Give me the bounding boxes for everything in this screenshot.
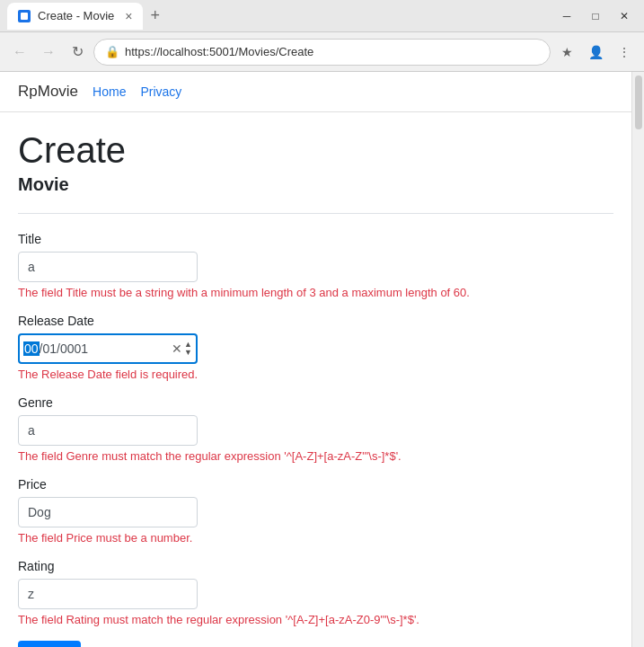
price-error: The field Price must be a number. xyxy=(18,531,613,545)
page-content: RpMovie Home Privacy Create Movie Title … xyxy=(0,72,631,647)
release-date-error: The Release Date field is required. xyxy=(18,368,613,381)
tab-title: Create - Movie xyxy=(38,9,114,22)
release-date-field-group: Release Date 00/01/0001 ✕ ▲ ▼ The Releas… xyxy=(18,314,613,381)
address-bar: ← → ↻ 🔒 https://localhost:5001/Movies/Cr… xyxy=(0,32,644,72)
url-bar[interactable]: 🔒 https://localhost:5001/Movies/Create xyxy=(93,39,551,66)
tab-favicon xyxy=(18,10,31,22)
menu-icon[interactable]: ⋮ xyxy=(612,40,637,65)
tab-close-button[interactable]: × xyxy=(125,9,132,23)
reload-button[interactable]: ↻ xyxy=(65,40,90,65)
create-button[interactable]: Create xyxy=(18,641,81,647)
rating-field-group: Rating The field Rating must match the r… xyxy=(18,559,613,626)
brand-logo[interactable]: RpMovie xyxy=(18,83,78,101)
active-tab[interactable]: Create - Movie × xyxy=(7,3,143,30)
price-input[interactable] xyxy=(18,497,198,527)
tab-bar: Create - Movie × + xyxy=(7,3,554,30)
browser-window: Create - Movie × + ─ □ ✕ ← → ↻ 🔒 https:/… xyxy=(0,0,644,647)
maximize-button[interactable]: □ xyxy=(583,6,608,26)
page-area: RpMovie Home Privacy Create Movie Title … xyxy=(0,72,644,647)
release-date-input-wrapper[interactable]: 00/01/0001 ✕ ▲ ▼ xyxy=(18,333,198,364)
profile-icon[interactable]: 👤 xyxy=(583,40,608,65)
price-label: Price xyxy=(18,477,613,492)
close-window-button[interactable]: ✕ xyxy=(612,6,637,26)
window-controls: ─ □ ✕ xyxy=(554,6,637,26)
url-text: https://localhost:5001/Movies/Create xyxy=(125,45,539,58)
genre-field-group: Genre The field Genre must match the reg… xyxy=(18,395,613,463)
title-error: The field Title must be a string with a … xyxy=(18,286,613,299)
scrollbar-thumb[interactable] xyxy=(635,75,642,129)
lock-icon: 🔒 xyxy=(105,45,119,58)
genre-label: Genre xyxy=(18,395,613,410)
title-input[interactable] xyxy=(18,252,198,282)
title-label: Title xyxy=(18,232,613,246)
nav-home[interactable]: Home xyxy=(93,84,126,99)
title-bar: Create - Movie × + ─ □ ✕ xyxy=(0,0,644,32)
genre-error: The field Genre must match the regular e… xyxy=(18,449,613,463)
title-field-group: Title The field Title must be a string w… xyxy=(18,232,613,299)
price-field-group: Price The field Price must be a number. xyxy=(18,477,613,545)
rating-error: The field Rating must match the regular … xyxy=(18,613,613,626)
nav-privacy[interactable]: Privacy xyxy=(140,84,181,99)
rating-label: Rating xyxy=(18,559,613,573)
page-title: Create xyxy=(18,130,613,171)
rating-input[interactable] xyxy=(18,579,198,609)
genre-input[interactable] xyxy=(18,415,198,446)
date-clear-button[interactable]: ✕ xyxy=(172,341,182,356)
site-nav: RpMovie Home Privacy xyxy=(0,72,631,112)
main-content: Create Movie Title The field Title must … xyxy=(0,112,631,647)
date-spinner: ▲ ▼ xyxy=(184,341,192,357)
date-down-button[interactable]: ▼ xyxy=(184,349,192,357)
minimize-button[interactable]: ─ xyxy=(554,6,579,26)
bookmark-icon[interactable]: ★ xyxy=(554,40,579,65)
scrollbar xyxy=(631,72,644,647)
back-nav-button[interactable]: ← xyxy=(7,40,32,65)
forward-nav-button[interactable]: → xyxy=(36,40,61,65)
page-subtitle: Movie xyxy=(18,174,613,195)
release-date-label: Release Date xyxy=(18,314,613,328)
form-actions: Create xyxy=(18,641,613,647)
address-icons: ★ 👤 ⋮ xyxy=(554,40,637,65)
new-tab-button[interactable]: + xyxy=(146,3,163,29)
release-date-text: 00/01/0001 xyxy=(23,341,172,356)
date-selected-part: 00 xyxy=(23,341,40,356)
section-divider xyxy=(18,213,613,214)
